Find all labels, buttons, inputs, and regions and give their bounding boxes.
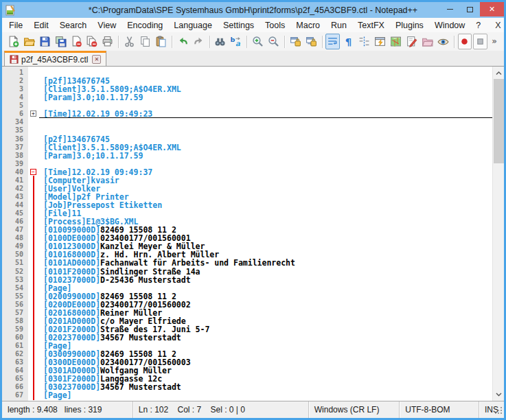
resize-grip[interactable] <box>494 406 503 417</box>
menu-item-search[interactable]: Search <box>54 19 93 32</box>
fold-guide-line <box>33 350 34 358</box>
close-file-button[interactable] <box>69 34 84 49</box>
fold-margin <box>28 93 39 102</box>
toolbar-overflow-button[interactable]: » <box>489 34 503 49</box>
fold-collapse-icon[interactable]: − <box>30 169 36 175</box>
line-number: 45 <box>2 209 28 218</box>
fold-guide-line <box>33 218 34 226</box>
tab-close-icon[interactable]: ✕ <box>92 55 101 64</box>
line-number: 66 <box>2 383 28 391</box>
open-file-button[interactable] <box>22 34 36 49</box>
undo-button[interactable] <box>176 34 190 49</box>
fold-margin <box>28 350 39 358</box>
document-map-button[interactable] <box>389 34 403 49</box>
record-macro-button[interactable] <box>458 34 472 49</box>
code-line[interactable]: 60[020237000D]34567 Musterstadt <box>2 334 492 342</box>
paste-button[interactable] <box>154 34 168 49</box>
menu-item-language[interactable]: Language <box>168 19 218 32</box>
maximize-icon <box>467 7 473 12</box>
menu-item-edit[interactable]: Edit <box>28 19 54 32</box>
line-number: 46 <box>2 218 28 226</box>
code-text: [Page] <box>39 391 492 399</box>
menu-item-run[interactable]: Run <box>325 19 352 32</box>
close-document-button[interactable]: X <box>486 21 506 30</box>
notepad-plus-plus-app-icon[interactable] <box>5 5 16 16</box>
fold-guide-line <box>33 383 34 391</box>
code-line[interactable]: 34 <box>2 118 492 126</box>
fold-guide-line <box>33 366 34 375</box>
menu-item-macro[interactable]: Macro <box>290 19 325 32</box>
menu-bar: FileEditSearchViewEncodingLanguageSettin… <box>2 18 504 32</box>
unsaved-file-icon <box>10 55 19 64</box>
scrollbar-thumb[interactable] <box>494 79 504 163</box>
close-button[interactable]: ✕ <box>480 2 504 16</box>
line-number: 4 <box>2 93 28 102</box>
zoom-in-icon <box>252 36 264 47</box>
save-all-button[interactable] <box>54 34 68 49</box>
sync-vertical-scroll-button[interactable] <box>288 34 303 49</box>
function-list-button[interactable] <box>404 34 419 49</box>
new-file-button[interactable] <box>6 34 21 49</box>
code-line[interactable]: 6+[Time]12.02.19 09:49:23 <box>2 110 492 118</box>
close-all-icon <box>86 36 97 47</box>
save-all-icon <box>55 36 67 47</box>
menu-item-encoding[interactable]: Encoding <box>122 19 168 32</box>
user-dialog-button[interactable] <box>373 34 387 49</box>
zoom-out-button[interactable] <box>266 34 281 49</box>
zoom-in-button[interactable] <box>251 34 265 49</box>
vertical-scrollbar[interactable] <box>492 67 504 401</box>
menu-item-settings[interactable]: Settings <box>218 19 260 32</box>
menu-item-help[interactable]: ? <box>470 19 486 32</box>
print-button[interactable] <box>100 34 115 49</box>
menu-item-view[interactable]: View <box>92 19 122 32</box>
fold-margin <box>28 176 39 185</box>
sync-horizontal-scroll-icon <box>306 36 317 47</box>
fold-margin: + <box>28 110 39 118</box>
status-eol-format[interactable]: Windows (CR LF) <box>309 401 400 418</box>
replace-button[interactable]: ba <box>229 34 243 49</box>
save-file-button[interactable] <box>38 34 52 49</box>
monitoring-button[interactable] <box>436 34 450 49</box>
code-line[interactable]: 53[010237000D]D-25436 Musterstadt <box>2 276 492 284</box>
menu-item-textfx[interactable]: TextFX <box>352 19 390 32</box>
status-encoding[interactable]: UTF-8-BOM <box>400 401 479 418</box>
folder-workspace-button[interactable] <box>420 34 435 49</box>
fold-guide-line <box>33 259 34 267</box>
menu-item-plugins[interactable]: Plugins <box>390 19 429 32</box>
fold-margin <box>28 85 39 93</box>
user-dialog-icon <box>374 36 386 47</box>
tab-p2f-45A3CBF9-ctl[interactable]: p2f_45A3CBF9.ctl ✕ <box>4 51 106 66</box>
code-line[interactable]: 4[Param]3.0;10.1.17.59 <box>2 93 492 102</box>
line-number: 47 <box>2 226 28 234</box>
fold-margin <box>28 226 39 234</box>
scroll-down-arrow-icon[interactable] <box>493 388 504 400</box>
menu-item-window[interactable]: Window <box>429 19 470 32</box>
word-wrap-button[interactable] <box>325 34 340 49</box>
indent-guide-button[interactable] <box>357 34 371 49</box>
cut-button[interactable] <box>122 34 137 49</box>
maximize-button[interactable] <box>460 2 480 16</box>
fold-margin <box>28 276 39 284</box>
menu-item-tools[interactable]: Tools <box>260 19 290 32</box>
code-line[interactable]: 38[Param]3.0;10.1.17.59 <box>2 152 492 160</box>
show-all-characters-button[interactable]: ¶ <box>341 34 356 49</box>
fold-guide-line <box>33 176 34 185</box>
close-all-button[interactable] <box>84 34 99 49</box>
stop-macro-button[interactable] <box>473 34 487 49</box>
sync-horizontal-scroll-button[interactable] <box>304 34 319 49</box>
fold-margin <box>28 259 39 267</box>
fold-guide-line <box>33 301 34 309</box>
redo-button[interactable] <box>192 34 206 49</box>
find-button[interactable] <box>213 34 227 49</box>
menu-item-file[interactable]: File <box>3 19 28 32</box>
scroll-up-arrow-icon[interactable] <box>493 67 504 79</box>
code-line[interactable]: 66[030237000D]34567 Musterstadt <box>2 383 492 391</box>
code-line[interactable]: 67[Page] <box>2 391 492 399</box>
line-number: 3 <box>2 85 28 93</box>
function-list-icon <box>406 36 417 47</box>
text-area[interactable]: 12[p2f]1346767453[Client]3.5.1.5809;A$O4… <box>2 67 492 401</box>
minimize-button[interactable] <box>440 2 460 16</box>
word-wrap-icon <box>327 36 338 47</box>
copy-button[interactable] <box>138 34 152 49</box>
fold-expand-icon[interactable]: + <box>30 110 36 117</box>
